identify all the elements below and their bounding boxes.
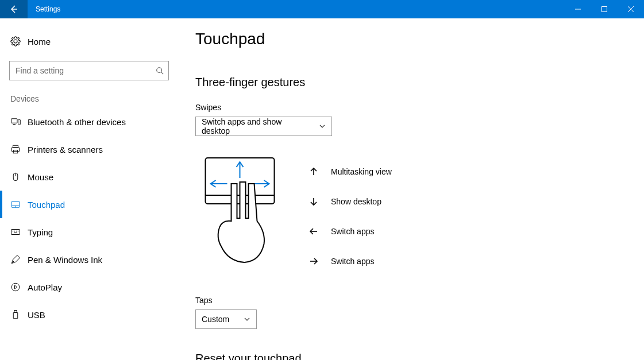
sidebar-item-label: USB	[28, 310, 45, 320]
sidebar-item-label: Bluetooth & other devices	[28, 117, 126, 127]
page-title: Touchpad	[195, 30, 644, 48]
gesture-list: Multitasking view Show desktop Switch ap…	[309, 152, 392, 276]
sidebar-item-printers[interactable]: Printers & scanners	[0, 136, 178, 163]
printer-icon	[10, 144, 21, 154]
svg-line-6	[161, 72, 164, 75]
sidebar-group-label: Devices	[0, 91, 178, 108]
maximize-icon	[601, 6, 607, 12]
mouse-icon	[10, 172, 21, 182]
search-input[interactable]	[10, 61, 168, 80]
svg-point-25	[11, 283, 20, 291]
keyboard-icon	[10, 227, 21, 237]
minimize-icon	[575, 6, 581, 12]
sidebar-item-bluetooth[interactable]: Bluetooth & other devices	[0, 108, 178, 136]
autoplay-icon	[10, 282, 21, 292]
sidebar-item-label: AutoPlay	[28, 282, 62, 292]
title-bar: Settings	[0, 0, 644, 18]
touchpad-gesture-illustration	[198, 152, 281, 267]
svg-rect-2	[602, 7, 607, 12]
svg-rect-11	[11, 148, 20, 152]
arrow-left-icon	[309, 227, 318, 236]
svg-rect-8	[18, 119, 21, 125]
svg-point-5	[157, 68, 162, 73]
gesture-label: Switch apps	[331, 227, 374, 236]
arrow-right-icon	[309, 257, 318, 266]
sidebar-item-label: Typing	[28, 227, 53, 237]
gesture-row-right: Switch apps	[309, 246, 392, 276]
arrow-up-icon	[309, 167, 318, 176]
arrow-left-icon	[9, 5, 18, 14]
taps-label: Taps	[195, 296, 644, 305]
search-icon	[156, 67, 164, 75]
svg-rect-7	[11, 119, 18, 123]
close-icon	[628, 6, 634, 12]
sidebar-item-pen[interactable]: Pen & Windows Ink	[0, 246, 178, 273]
pen-icon	[10, 254, 21, 265]
svg-rect-28	[13, 312, 18, 319]
sidebar-item-label: Touchpad	[28, 200, 65, 210]
reset-section-title: Reset your touchpad	[195, 352, 644, 360]
sidebar-item-autoplay[interactable]: AutoPlay	[0, 273, 178, 301]
gesture-row-left: Switch apps	[309, 216, 392, 246]
svg-rect-18	[11, 230, 20, 235]
taps-value: Custom	[202, 315, 229, 324]
gear-icon	[10, 36, 21, 47]
gesture-row-down: Show desktop	[309, 187, 392, 216]
window-title: Settings	[28, 0, 60, 18]
swipes-value: Switch apps and show desktop	[202, 117, 311, 136]
gesture-label: Show desktop	[331, 197, 381, 206]
minimize-button[interactable]	[565, 0, 591, 18]
chevron-down-icon	[319, 123, 326, 130]
swipes-label: Swipes	[195, 103, 644, 112]
home-link[interactable]: Home	[0, 30, 178, 53]
sidebar-item-label: Printers & scanners	[28, 145, 103, 154]
search-box[interactable]	[9, 61, 169, 80]
gesture-label: Switch apps	[331, 257, 374, 266]
back-button[interactable]	[0, 0, 28, 18]
usb-icon	[10, 309, 21, 320]
home-label: Home	[28, 37, 51, 47]
sidebar-item-label: Mouse	[28, 172, 53, 182]
touchpad-icon	[10, 199, 21, 210]
svg-rect-10	[13, 145, 18, 148]
sidebar-item-label: Pen & Windows Ink	[28, 255, 102, 265]
swipes-dropdown[interactable]: Switch apps and show desktop	[195, 117, 332, 136]
svg-marker-26	[15, 285, 18, 289]
arrow-down-icon	[309, 197, 318, 206]
sidebar-item-usb[interactable]: USB	[0, 301, 178, 328]
gesture-label: Multitasking view	[331, 167, 392, 176]
section-title: Three-finger gestures	[195, 76, 644, 89]
svg-rect-27	[14, 311, 17, 313]
sidebar: Home Devices Bluetooth & other devices P…	[0, 18, 178, 360]
chevron-down-icon	[244, 316, 250, 323]
taps-dropdown[interactable]: Custom	[195, 309, 257, 329]
devices-icon	[10, 117, 21, 127]
maximize-button[interactable]	[591, 0, 618, 18]
sidebar-item-mouse[interactable]: Mouse	[0, 163, 178, 191]
gesture-row-up: Multitasking view	[309, 157, 392, 187]
sidebar-item-touchpad[interactable]: Touchpad	[0, 191, 178, 218]
close-button[interactable]	[618, 0, 644, 18]
main-content: Touchpad Three-finger gestures Swipes Sw…	[178, 18, 644, 360]
sidebar-item-typing[interactable]: Typing	[0, 218, 178, 246]
